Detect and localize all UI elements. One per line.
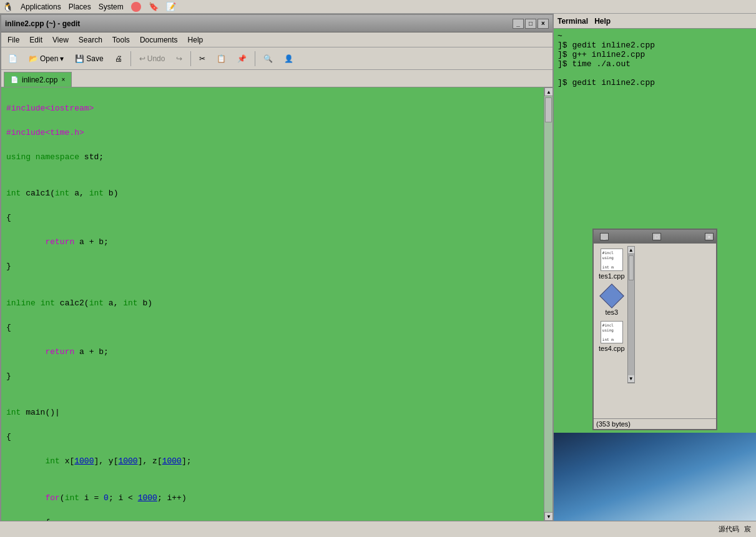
redo-icon: ↪: [176, 54, 182, 63]
terminal-line-1: ~: [557, 31, 752, 41]
terminal-menu-terminal[interactable]: Terminal: [557, 17, 588, 26]
fm-item-label-1: tes1.cpp: [599, 272, 625, 280]
minimize-button[interactable]: _: [513, 19, 524, 29]
list-item[interactable]: #inclusingint m tes4.cpp: [599, 321, 625, 352]
code-line-6: {: [6, 212, 539, 224]
fm-scroll-track[interactable]: [628, 254, 634, 375]
scroll-thumb[interactable]: [545, 97, 552, 122]
cut-icon: ✂: [199, 54, 205, 63]
menu-edit[interactable]: Edit: [26, 34, 46, 46]
applications-menu[interactable]: Applications: [21, 2, 61, 11]
fm-scrollbar[interactable]: ▲ ▼: [627, 246, 635, 383]
vertical-scrollbar[interactable]: ▲ ▼: [544, 87, 552, 521]
terminal-line-2: ]$ gedit inline2.cpp: [557, 41, 752, 50]
find-button[interactable]: 🔍: [259, 50, 277, 67]
save-icon: 💾: [75, 54, 84, 63]
fm-maximize-button[interactable]: □: [652, 233, 661, 240]
scroll-track[interactable]: [544, 96, 552, 512]
scroll-down-arrow[interactable]: ▼: [544, 512, 552, 521]
save-label: Save: [86, 54, 103, 63]
taskbar-right: 源代码 宸: [719, 525, 751, 534]
cut-button[interactable]: ✂: [195, 50, 210, 67]
menu-tools[interactable]: Tools: [109, 34, 134, 46]
undo-label: Undo: [147, 54, 165, 63]
code-line-16: {: [6, 431, 539, 443]
code-line-7: return a + b;: [6, 236, 539, 249]
terminal-content[interactable]: ~ ]$ gedit inline2.cpp ]$ g++ inline2.cp…: [554, 29, 756, 226]
code-line-17: int x[1000], y[1000], z[1000];: [6, 455, 539, 468]
menu-search[interactable]: Search: [75, 34, 106, 46]
tab-label: inline2.cpp: [22, 76, 57, 84]
menu-view[interactable]: View: [49, 34, 72, 46]
undo-icon: ↩: [139, 54, 145, 63]
diamond-file-icon: [601, 285, 623, 307]
terminal-menu-help[interactable]: Help: [594, 17, 611, 26]
copy-button[interactable]: 📋: [212, 50, 230, 67]
system-bar: 🐧 Applications Places System 🔖 📝: [0, 0, 756, 14]
code-content[interactable]: #include<iostream> #include<time.h> usin…: [1, 87, 544, 521]
copy-icon: 📋: [217, 54, 226, 63]
code-line-10: inline int calc2(int a, int b): [6, 297, 539, 310]
gedit-title: inline2.cpp (~) - gedit: [5, 19, 513, 28]
taskbar-item-source[interactable]: 源代码: [719, 525, 739, 534]
code-line-1: #include<iostream>: [6, 102, 539, 115]
right-panel: Terminal Help ~ ]$ gedit inline2.cpp ]$ …: [554, 14, 756, 537]
paste-button[interactable]: 📌: [233, 50, 251, 67]
main-layout: inline2.cpp (~) - gedit _ □ × File Edit …: [0, 14, 756, 537]
menu-help[interactable]: Help: [184, 34, 207, 46]
code-line-20: {: [6, 516, 539, 521]
list-item[interactable]: tes3: [599, 285, 625, 316]
cpp-file-icon: #inclusingint m: [601, 249, 623, 271]
tab-bar: 📄 inline2.cpp ×: [1, 70, 552, 87]
maximize-button[interactable]: □: [525, 19, 536, 29]
toolbar-separator-3: [255, 51, 255, 66]
open-button[interactable]: 📂 Open ▾: [24, 50, 68, 67]
code-area: #include<iostream> #include<time.h> usin…: [1, 87, 552, 521]
open-arrow-icon: ▾: [60, 54, 64, 63]
taskbar: 源代码 宸: [0, 521, 756, 537]
fm-minimize-button[interactable]: _: [600, 233, 609, 240]
notes-icon: 📝: [166, 2, 176, 11]
taskbar-item-char[interactable]: 宸: [744, 525, 751, 534]
fm-item-label-3: tes4.cpp: [599, 345, 625, 352]
gedit-window: inline2.cpp (~) - gedit _ □ × File Edit …: [0, 14, 554, 537]
fm-scroll-thumb[interactable]: [629, 255, 634, 280]
gedit-titlebar: inline2.cpp (~) - gedit _ □ ×: [1, 15, 552, 32]
tab-inline2[interactable]: 📄 inline2.cpp ×: [4, 72, 72, 87]
replace-button[interactable]: 👤: [280, 50, 298, 67]
window-controls: _ □ ×: [513, 19, 549, 29]
print-button[interactable]: 🖨: [110, 50, 127, 67]
code-line-12: return a + b;: [6, 346, 539, 358]
firefox-icon[interactable]: [131, 2, 141, 12]
replace-icon: 👤: [284, 54, 293, 63]
find-icon: 🔍: [263, 54, 273, 63]
tab-close-button[interactable]: ×: [61, 76, 65, 83]
paste-icon: 📌: [237, 54, 247, 63]
new-button[interactable]: 📄: [4, 50, 22, 67]
toolbar-separator-2: [190, 51, 191, 66]
fm-close-button[interactable]: ×: [705, 233, 714, 240]
places-menu[interactable]: Places: [69, 2, 91, 11]
fm-scroll-down[interactable]: ▼: [628, 375, 634, 383]
code-line-11: {: [6, 322, 539, 334]
save-button[interactable]: 💾 Save: [71, 50, 107, 67]
menu-documents[interactable]: Documents: [136, 34, 182, 46]
list-item[interactable]: #inclusingint m tes1.cpp: [599, 249, 625, 280]
menu-file[interactable]: File: [4, 34, 23, 46]
terminal-line-3: ]$ g++ inline2.cpp: [557, 50, 752, 59]
fm-item-label-2: tes3: [605, 308, 618, 316]
tab-icon: 📄: [11, 76, 18, 83]
system-menu[interactable]: System: [99, 2, 124, 11]
terminal-line-6: ]$ gedit inline2.cpp: [557, 78, 752, 87]
print-icon: 🖨: [115, 54, 122, 63]
code-line-19: for(int i = 0; i < 1000; i++): [6, 492, 539, 505]
new-icon: 📄: [8, 54, 17, 63]
scroll-up-arrow[interactable]: ▲: [544, 87, 552, 96]
undo-button[interactable]: ↩ Undo: [135, 50, 170, 67]
fm-content: #inclusingint m tes1.cpp tes3: [594, 244, 716, 418]
fm-scroll-up[interactable]: ▲: [628, 247, 634, 254]
close-button[interactable]: ×: [538, 19, 549, 29]
redo-button[interactable]: ↪: [172, 50, 187, 67]
fm-status-text: (353 bytes): [596, 420, 631, 428]
terminal-line-4: ]$ time ./a.out: [557, 59, 752, 69]
